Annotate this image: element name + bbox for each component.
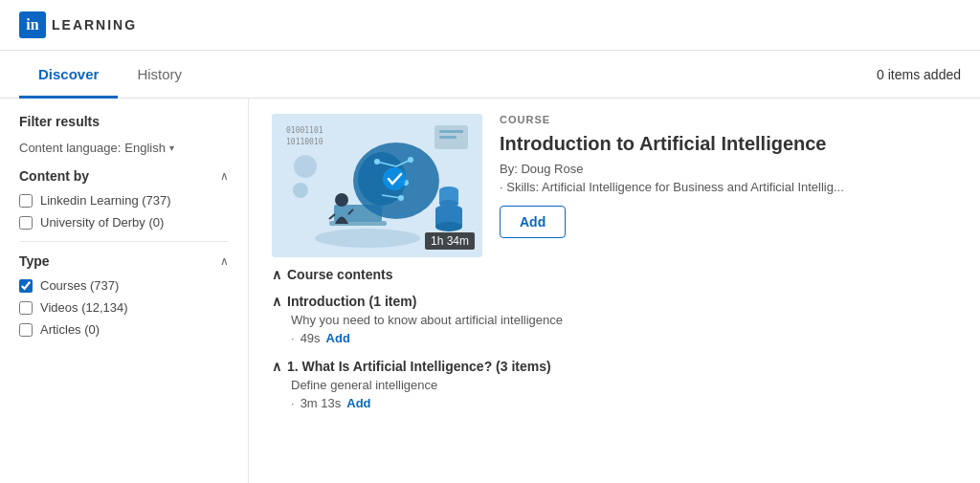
type-articles-checkbox[interactable] [19, 323, 33, 337]
provider-linkedin-checkbox[interactable] [19, 194, 33, 208]
content-language-filter[interactable]: Content language: English ▾ [19, 141, 229, 155]
type-articles-label[interactable]: Articles (0) [40, 322, 100, 337]
section-introduction-title[interactable]: ∧ Introduction (1 item) [272, 294, 957, 309]
svg-rect-27 [439, 130, 463, 133]
provider-item-derby: University of Derby (0) [19, 215, 229, 230]
section-item-introduction: ∧ Introduction (1 item) Why you need to … [272, 294, 957, 345]
course-info: COURSE Introduction to Artificial Intell… [500, 114, 957, 257]
content-language-label: Content language: [19, 141, 121, 155]
divider [19, 241, 229, 242]
course-author: By: Doug Rose [500, 162, 957, 176]
section-what-is-ai-title[interactable]: ∧ 1. What Is Artificial Intelligence? (3… [272, 359, 957, 374]
section-introduction-label: Introduction (1 item) [287, 294, 416, 309]
provider-item-linkedin: Linkedin Learning (737) [19, 193, 229, 208]
svg-point-21 [335, 193, 348, 207]
items-added-count: 0 items added [877, 52, 961, 98]
section-item-what-is-ai: ∧ 1. What Is Artificial Intelligence? (3… [272, 359, 957, 410]
svg-point-1 [315, 229, 420, 248]
chevron-down-icon: ▾ [169, 143, 174, 153]
type-videos-checkbox[interactable] [19, 301, 33, 315]
svg-point-13 [398, 195, 404, 201]
svg-text:10110010: 10110010 [286, 138, 323, 146]
content-by-title: Content by [19, 168, 89, 184]
course-contents-label: Course contents [287, 267, 392, 282]
section-introduction-desc: Why you need to know about artificial in… [291, 313, 957, 327]
type-title: Type [19, 253, 50, 269]
section-introduction-duration: 49s [301, 331, 321, 345]
provider-derby-label[interactable]: University of Derby (0) [40, 215, 164, 230]
section-what-is-ai-add[interactable]: Add [346, 396, 370, 410]
svg-text:01001101: 01001101 [286, 126, 323, 135]
logo-text: LEARNING [52, 17, 137, 33]
svg-point-10 [374, 159, 380, 165]
type-videos-label[interactable]: Videos (12,134) [40, 300, 128, 315]
section-what-is-ai-desc: Define general intelligence [291, 378, 957, 392]
svg-point-30 [293, 183, 308, 198]
course-thumbnail: 01001101 10110010 1h 34m [272, 114, 482, 257]
header: in LEARNING [0, 0, 980, 51]
type-item-videos: Videos (12,134) [19, 300, 229, 315]
content-language-value: English [124, 141, 166, 155]
duration-badge: 1h 34m [425, 232, 475, 250]
svg-point-29 [294, 155, 317, 178]
provider-linkedin-label[interactable]: Linkedin Learning (737) [40, 193, 171, 208]
svg-point-11 [408, 157, 413, 163]
type-section: Type ∧ [19, 253, 229, 269]
linkedin-icon: in [19, 11, 46, 38]
bullet-dot: · [291, 331, 295, 345]
chevron-up-icon: ∧ [272, 267, 281, 282]
nav-tabs: Discover History 0 items added [0, 51, 980, 99]
sidebar: Filter results Content language: English… [0, 99, 249, 483]
section-introduction-meta: · 49s Add [291, 331, 957, 345]
type-toggle-icon[interactable]: ∧ [220, 254, 229, 268]
content-by-section: Content by ∧ [19, 168, 229, 184]
provider-derby-checkbox[interactable] [19, 216, 33, 230]
content-by-toggle-icon[interactable]: ∧ [220, 169, 229, 183]
filter-results-title: Filter results [19, 114, 229, 129]
section-chevron-up-icon: ∧ [272, 294, 281, 309]
linkedin-letter: in [26, 16, 38, 33]
type-item-articles: Articles (0) [19, 322, 229, 337]
svg-point-20 [439, 200, 458, 208]
main-content: Filter results Content language: English… [0, 99, 980, 483]
bullet-dot-2: · [291, 396, 295, 410]
tab-discover[interactable]: Discover [19, 51, 118, 99]
type-item-courses: Courses (737) [19, 278, 229, 293]
svg-point-14 [383, 167, 406, 190]
type-courses-label[interactable]: Courses (737) [40, 278, 119, 293]
section-what-is-ai-label: 1. What Is Artificial Intelligence? (3 i… [287, 359, 551, 374]
course-title: Introduction to Artificial Intelligence [500, 131, 957, 156]
type-courses-checkbox[interactable] [19, 279, 33, 293]
course-skills: · Skills: Artificial Intelligence for Bu… [500, 180, 957, 194]
content-area: 01001101 10110010 1h 34m COURSE Introduc… [249, 99, 980, 483]
svg-point-17 [435, 222, 462, 231]
add-course-button[interactable]: Add [500, 206, 566, 238]
tab-history[interactable]: History [118, 51, 201, 99]
linkedin-logo: in LEARNING [19, 11, 137, 38]
section-introduction-add[interactable]: Add [326, 331, 350, 345]
section-what-is-ai-duration: 3m 13s [301, 396, 342, 410]
section-what-is-ai-meta: · 3m 13s Add [291, 396, 957, 410]
course-type-label: COURSE [500, 114, 957, 125]
course-card: 01001101 10110010 1h 34m COURSE Introduc… [272, 114, 957, 257]
section-chevron-up-icon-2: ∧ [272, 359, 281, 374]
svg-rect-28 [439, 136, 457, 139]
course-contents-header[interactable]: ∧ Course contents [272, 267, 957, 282]
